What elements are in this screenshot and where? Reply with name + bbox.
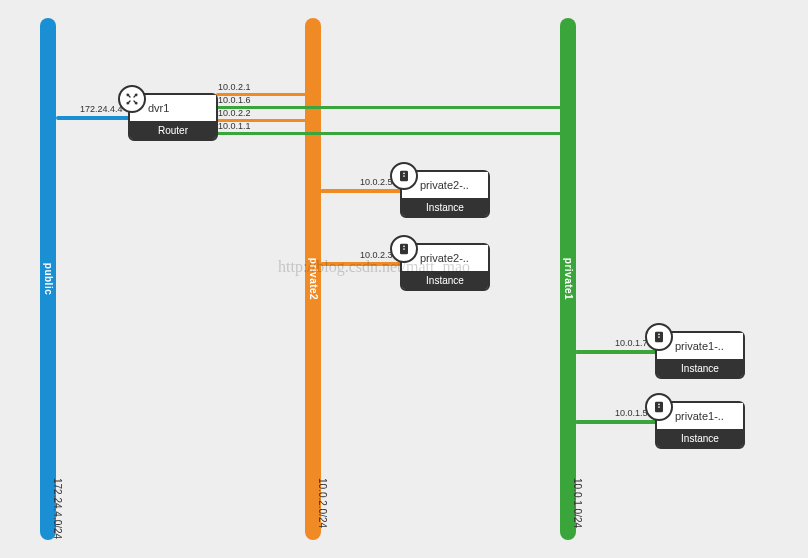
cidr-private1: 10.0.1.0/24 — [572, 478, 583, 528]
link-router-public — [56, 116, 130, 120]
svg-point-5 — [403, 248, 405, 250]
device-type-label: Instance — [657, 429, 743, 447]
link-router-if1 — [216, 106, 570, 109]
device-type-label: Instance — [402, 271, 488, 289]
ip-label: 10.0.2.1 — [218, 82, 251, 92]
device-type-label: Instance — [402, 198, 488, 216]
router-device[interactable]: dvr1 Router — [128, 93, 218, 141]
link-router-if3 — [216, 132, 570, 135]
svg-point-2 — [403, 175, 405, 177]
ip-label: 10.0.2.5 — [360, 177, 393, 187]
network-label: private2 — [308, 258, 319, 300]
svg-point-1 — [403, 172, 405, 174]
network-bar-public[interactable]: public — [40, 18, 56, 540]
instance-device[interactable]: private1-.. Instance — [655, 331, 745, 379]
ip-label: 10.0.1.6 — [218, 95, 251, 105]
svg-point-10 — [658, 403, 660, 405]
ip-label: 10.0.1.7 — [615, 338, 648, 348]
instance-device[interactable]: private1-.. Instance — [655, 401, 745, 449]
instance-device[interactable]: private2-.. Instance — [400, 170, 490, 218]
cidr-public: 172.24.4.0/24 — [52, 478, 63, 539]
svg-point-11 — [658, 406, 660, 408]
router-icon — [118, 85, 146, 113]
svg-point-7 — [658, 333, 660, 335]
instance-icon — [390, 235, 418, 263]
link-instance-2 — [575, 350, 657, 354]
link-instance-1 — [320, 262, 402, 266]
link-instance-0 — [320, 189, 402, 193]
ip-label: 10.0.1.1 — [218, 121, 251, 131]
device-type-label: Instance — [657, 359, 743, 377]
network-bar-private1[interactable]: private1 — [560, 18, 576, 540]
ip-label: 10.0.2.2 — [218, 108, 251, 118]
svg-point-4 — [403, 245, 405, 247]
cidr-private2: 10.0.2.0/24 — [317, 478, 328, 528]
svg-point-8 — [658, 336, 660, 338]
instance-icon — [645, 393, 673, 421]
ip-label: 172.24.4.4 — [80, 104, 123, 114]
network-label: private1 — [563, 258, 574, 300]
ip-label: 10.0.1.5 — [615, 408, 648, 418]
instance-icon — [390, 162, 418, 190]
network-bar-private2[interactable]: private2 — [305, 18, 321, 540]
ip-label: 10.0.2.3 — [360, 250, 393, 260]
device-type-label: Router — [130, 121, 216, 139]
instance-device[interactable]: private2-.. Instance — [400, 243, 490, 291]
instance-icon — [645, 323, 673, 351]
network-label: public — [43, 263, 54, 295]
link-instance-3 — [575, 420, 657, 424]
